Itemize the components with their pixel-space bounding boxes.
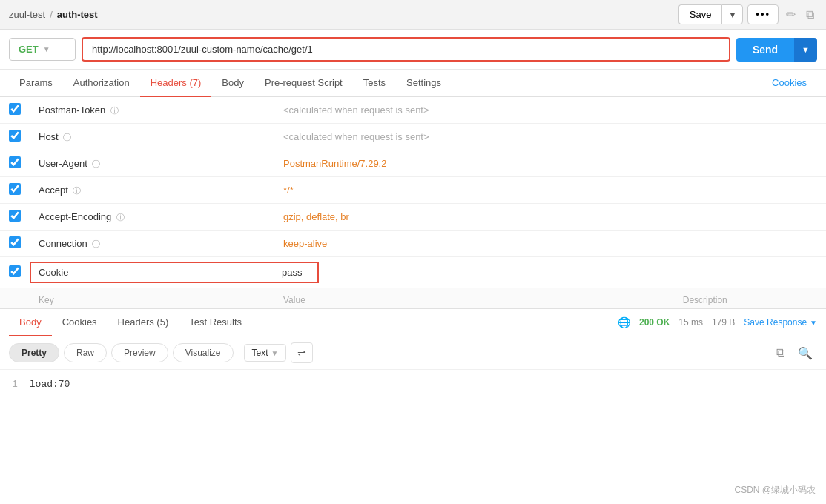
response-tab-cookies[interactable]: Cookies: [52, 309, 108, 336]
tab-pre-request-script[interactable]: Pre-request Script: [254, 70, 353, 97]
response-size: 179 B: [712, 317, 735, 328]
method-value: GET: [19, 44, 39, 55]
header-key: Connection: [39, 238, 87, 249]
format-preview-button[interactable]: Preview: [111, 343, 168, 362]
globe-icon: 🌐: [618, 316, 630, 328]
response-line: 1 load:70: [12, 379, 814, 390]
column-headers-row: Key Value Description: [0, 288, 826, 309]
table-row: Accept ⓘ */*: [0, 177, 826, 204]
url-input[interactable]: [92, 44, 720, 55]
col-key-header: Key: [39, 295, 54, 305]
info-icon: ⓘ: [63, 133, 71, 142]
info-icon: ⓘ: [92, 239, 100, 248]
request-tabs-bar: Params Authorization Headers (7) Body Pr…: [0, 70, 826, 97]
header-value: gzip, deflate, br: [283, 211, 349, 222]
format-raw-button[interactable]: Raw: [64, 343, 107, 362]
breadcrumb-current: auth-test: [57, 9, 98, 20]
top-bar: zuul-test / auth-test Save ▼ ••• ✏ ⧉: [0, 0, 826, 30]
headers-table: Postman-Token ⓘ <calculated when request…: [0, 97, 826, 308]
text-format-select[interactable]: Text ▼: [244, 344, 287, 362]
response-tab-test-results[interactable]: Test Results: [179, 309, 252, 336]
response-content: 1 load:70: [0, 370, 826, 399]
response-status-area: 🌐 200 OK 15 ms 179 B Save Response ▼: [618, 316, 817, 328]
cookie-key-cell[interactable]: Cookie: [30, 262, 274, 283]
header-value: <calculated when request is sent>: [283, 131, 429, 142]
tab-authorization[interactable]: Authorization: [63, 70, 140, 97]
top-actions: Save ▼ ••• ✏ ⧉: [678, 4, 817, 24]
response-tab-body[interactable]: Body: [9, 309, 52, 336]
tab-headers[interactable]: Headers (7): [140, 70, 212, 97]
response-tabs-bar: Body Cookies Headers (5) Test Results 🌐 …: [0, 309, 826, 336]
headers-section: Postman-Token ⓘ <calculated when request…: [0, 97, 826, 308]
info-icon: ⓘ: [92, 159, 100, 168]
header-key: User-Agent: [39, 158, 87, 169]
header-key: Postman-Token: [39, 105, 105, 116]
wrap-button[interactable]: ⇌: [291, 342, 313, 363]
status-ok: 200 OK: [639, 317, 670, 328]
row-checkbox[interactable]: [9, 265, 21, 277]
header-value: */*: [283, 185, 294, 196]
edit-icon-button[interactable]: ✏: [783, 4, 799, 24]
header-value: PostmanRuntime/7.29.2: [283, 158, 386, 169]
save-response-chevron: ▼: [810, 319, 817, 327]
row-checkbox[interactable]: [9, 236, 21, 248]
response-tab-headers[interactable]: Headers (5): [108, 309, 179, 336]
header-value: pass: [282, 267, 302, 278]
response-section: Body Cookies Headers (5) Test Results 🌐 …: [0, 308, 826, 399]
table-row: Postman-Token ⓘ <calculated when request…: [0, 97, 826, 124]
send-group: Send ▼: [736, 38, 817, 62]
save-response-button[interactable]: Save Response ▼: [744, 317, 817, 328]
url-input-wrapper: [82, 37, 730, 62]
window-icon-button[interactable]: ⧉: [803, 5, 817, 24]
tab-settings[interactable]: Settings: [396, 70, 452, 97]
header-key: Cookie: [39, 267, 68, 278]
tab-params[interactable]: Params: [9, 70, 63, 97]
row-checkbox[interactable]: [9, 130, 21, 142]
save-chevron-button[interactable]: ▼: [721, 4, 743, 24]
text-format-chevron-icon: ▼: [271, 349, 279, 357]
table-row: Host ⓘ <calculated when request is sent>: [0, 124, 826, 150]
header-key: Accept: [39, 185, 68, 196]
format-pretty-button[interactable]: Pretty: [9, 343, 59, 362]
tab-tests[interactable]: Tests: [353, 70, 396, 97]
copy-button[interactable]: ⧉: [772, 343, 789, 362]
info-icon: ⓘ: [110, 106, 119, 115]
method-chevron-icon: ▼: [43, 45, 50, 53]
table-row: Accept-Encoding ⓘ gzip, deflate, br: [0, 204, 826, 231]
table-row-cookie: Cookie pass: [0, 257, 826, 288]
tab-cookies[interactable]: Cookies: [761, 70, 817, 97]
info-icon: ⓘ: [73, 186, 81, 195]
table-row: User-Agent ⓘ PostmanRuntime/7.29.2: [0, 150, 826, 177]
response-text: load:70: [30, 379, 70, 390]
breadcrumb-separator: /: [50, 9, 53, 20]
info-icon: ⓘ: [116, 213, 125, 222]
response-time: 15 ms: [678, 317, 703, 328]
text-format-value: Text: [252, 348, 268, 358]
header-value: keep-alive: [283, 238, 327, 249]
header-key: Host: [39, 131, 59, 142]
table-row: Connection ⓘ keep-alive: [0, 231, 826, 257]
save-button[interactable]: Save: [678, 4, 722, 24]
row-checkbox[interactable]: [9, 183, 21, 195]
method-select[interactable]: GET ▼: [9, 38, 76, 61]
cookie-value-cell[interactable]: pass: [274, 262, 319, 283]
save-response-label: Save Response: [744, 317, 807, 328]
row-checkbox[interactable]: [9, 210, 21, 222]
save-group: Save ▼: [678, 4, 744, 24]
more-button[interactable]: •••: [747, 4, 779, 24]
watermark: CSDN @绿城小码农: [734, 484, 816, 497]
search-button[interactable]: 🔍: [793, 343, 817, 363]
send-button[interactable]: Send: [736, 38, 794, 62]
row-checkbox[interactable]: [9, 103, 21, 115]
send-chevron-button[interactable]: ▼: [794, 38, 817, 62]
row-checkbox[interactable]: [9, 156, 21, 168]
format-visualize-button[interactable]: Visualize: [173, 343, 234, 362]
breadcrumb: zuul-test / auth-test: [9, 9, 673, 20]
col-description-header: Description: [683, 295, 727, 305]
breadcrumb-parent[interactable]: zuul-test: [9, 9, 45, 20]
header-key: Accept-Encoding: [39, 211, 111, 222]
col-value-header: Value: [283, 295, 305, 305]
line-number: 1: [12, 379, 18, 390]
header-value: <calculated when request is sent>: [283, 105, 429, 116]
tab-body[interactable]: Body: [211, 70, 254, 97]
